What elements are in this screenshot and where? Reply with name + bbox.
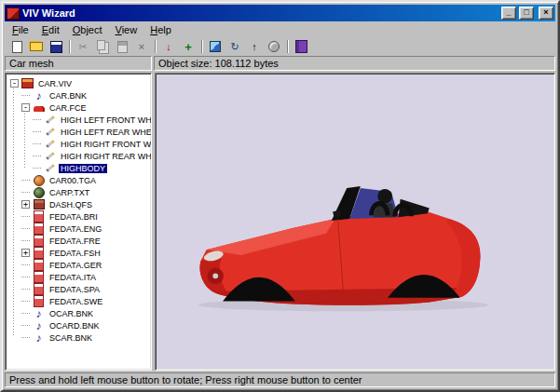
tree-item-car00-tga[interactable]: CAR00.TGA [7,174,149,186]
tree-connector [21,180,30,181]
viewport-3d[interactable] [155,73,555,371]
tree-item-fedata-swe[interactable]: FEDATA.SWE [7,295,149,307]
tree-item-label: OCARD.BNK [48,321,102,331]
tree-connector [21,325,30,326]
fedata-icon [33,211,45,223]
pencil-icon [44,115,56,126]
delete-button: × [132,38,151,55]
toolbar: ✂×↓+↻↑ [5,37,555,56]
pencil-icon [44,163,56,174]
tree-item-car-bnk[interactable]: ♪CAR.BNK [7,89,149,101]
minimize-button[interactable]: _ [501,7,516,20]
tree-item-fedata-fsh[interactable]: +FEDATA.FSH [7,247,149,259]
tree-item-high-left-front-wheel[interactable]: HIGH LEFT FRONT WHEEL [7,114,149,126]
menu-file[interactable]: File [6,23,35,36]
title-bar: VIV Wizard _ □ × [5,5,555,21]
menu-object[interactable]: Object [66,23,109,36]
window-title: VIV Wizard [22,7,499,19]
tree-connector [21,216,30,217]
close-button[interactable]: × [539,7,553,20]
tree-connector [21,301,30,302]
tree-item-ocar-bnk[interactable]: ♪OCAR.BNK [7,307,149,319]
fedata-icon [33,272,45,283]
expand-toggle[interactable]: + [21,249,30,257]
tree-item-label: CARP.TXT [48,188,91,197]
fedata-icon [33,248,45,259]
status-bar: Press and hold left mouse button to rota… [5,372,555,387]
about-button[interactable] [292,38,310,55]
tree-item-car-fce[interactable]: -CAR.FCE [7,101,149,114]
tree-item-high-right-front-wheel[interactable]: HIGH RIGHT FRONT WHEEL [7,138,149,150]
toolbar-separator [69,40,70,53]
tree-connector [33,155,41,156]
new-archive-button[interactable] [7,38,26,55]
view-object-button[interactable] [206,38,225,55]
viv-wizard-window: VIV Wizard _ □ × File Edit Object View H… [0,0,560,392]
tree-connector [33,131,41,132]
open-icon [30,40,44,54]
cut-icon: ✂ [76,40,90,54]
tree-item-dash-qfs[interactable]: +DASH.QFS [7,198,149,210]
tree-item-car-viv[interactable]: -CAR.VIV [7,77,149,89]
tree-item-high-right-rear-wheel[interactable]: HIGH RIGHT REAR WHEEL [7,150,149,162]
menu-view[interactable]: View [109,23,144,36]
copy-icon [96,40,110,54]
tree-connector [21,192,30,193]
help-icon [294,40,308,54]
tree-item-label: FEDATA.ITA [48,273,98,282]
tree-item-label: HIGH RIGHT REAR WHEEL [59,152,152,161]
save-archive-button[interactable] [47,38,65,55]
tree-connector [33,168,41,169]
tree-item-label: DASH.QFS [48,200,94,210]
tree-item-high-left-rear-wheel[interactable]: HIGH LEFT REAR WHEEL [7,126,149,138]
tree-item-fedata-eng[interactable]: FEDATA.ENG [7,223,149,235]
maximize-button[interactable]: □ [519,7,534,20]
paste-button [113,38,131,55]
expand-toggle[interactable]: - [21,103,30,112]
tree-connector [21,277,30,277]
info-bar: Car mesh Object size: 108.112 bytes [5,56,555,71]
menu-edit[interactable]: Edit [35,23,66,36]
tree-item-label: SCAR.BNK [48,333,94,343]
tree-guide-line [13,88,14,337]
tree-item-scar-bnk[interactable]: ♪SCAR.BNK [7,331,149,344]
copy-button [93,38,112,55]
pencil-icon [44,139,56,150]
tree-connector [21,313,30,314]
options-button[interactable] [265,38,283,55]
tree-item-label: OCAR.BNK [48,309,95,318]
tree-connector [21,95,30,96]
image-icon [33,175,45,186]
viv-icon [21,78,34,89]
tree-item-label: CAR.BNK [48,91,89,101]
delete-icon: × [135,40,149,54]
fedata-icon [33,236,45,247]
tree-item-label: CAR.FCE [48,103,89,113]
note-icon: ♪ [33,90,45,101]
tree-item-fedata-bri[interactable]: FEDATA.BRI [7,210,149,223]
move-up-button[interactable]: ↑ [245,38,264,55]
open-archive-button[interactable] [27,38,46,55]
pencil-icon [44,127,56,138]
main-area: -CAR.VIV♪CAR.BNK-CAR.FCEHIGH LEFT FRONT … [5,73,555,371]
tree-item-highbody[interactable]: HIGHBODY [7,162,149,174]
tree-item-fedata-fre[interactable]: FEDATA.FRE [7,235,149,247]
expand-toggle[interactable]: + [21,200,30,209]
tree-item-fedata-ger[interactable]: FEDATA.GER [7,259,149,271]
tree-connector [21,289,30,290]
expand-toggle[interactable]: - [10,79,19,88]
menu-help[interactable]: Help [143,23,178,36]
tree-item-ocard-bnk[interactable]: ♪OCARD.BNK [7,319,149,331]
tree-item-fedata-spa[interactable]: FEDATA.SPA [7,283,149,295]
cut-button: ✂ [74,38,92,55]
tree-item-carp-txt[interactable]: CARP.TXT [7,186,149,198]
tree-item-fedata-ita[interactable]: FEDATA.ITA [7,271,149,283]
toolbar-separator [287,40,288,53]
export-file-button[interactable]: ↓ [159,38,178,55]
import-file-button[interactable]: + [179,38,198,55]
view-icon [209,40,223,54]
fedata-icon [33,260,45,271]
rotate-icon: ↻ [228,40,242,54]
object-size: Object size: 108.112 bytes [154,56,555,71]
rotate-view-button[interactable]: ↻ [225,38,244,55]
